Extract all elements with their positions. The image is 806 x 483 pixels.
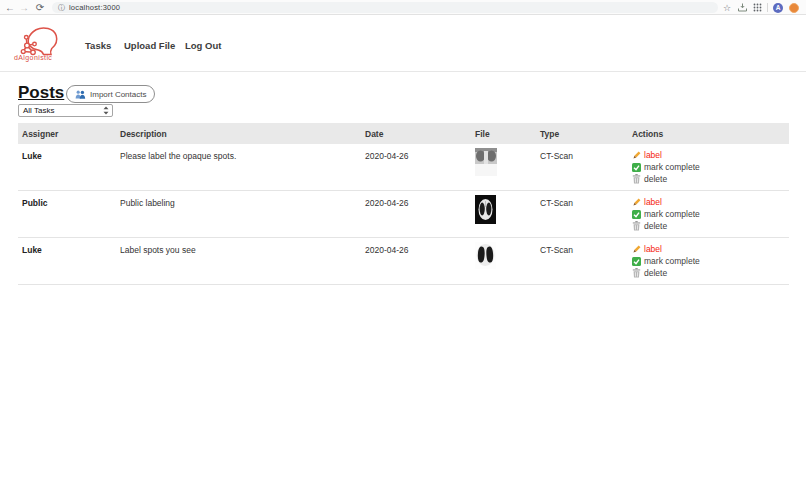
- file-cell: [471, 151, 536, 176]
- delete-action[interactable]: delete: [632, 268, 789, 278]
- col-header-file: File: [471, 129, 536, 139]
- chest-xray-thumbnail[interactable]: [475, 148, 497, 176]
- nav-link-tasks[interactable]: Tasks: [85, 40, 111, 51]
- col-header-date: Date: [361, 129, 471, 139]
- col-header-description: Description: [116, 129, 361, 139]
- browser-profile-avatar[interactable]: A: [773, 3, 783, 13]
- page-info-icon[interactable]: ⓘ: [58, 3, 65, 13]
- date-cell: 2020-04-26: [361, 245, 471, 255]
- downloads-icon[interactable]: [736, 0, 748, 15]
- col-header-actions: Actions: [628, 129, 789, 139]
- browser-toolbar: ← → ⟳ ⓘ localhost:3000 ☆ A: [0, 0, 806, 15]
- reload-icon[interactable]: ⟳: [34, 0, 46, 15]
- label-action[interactable]: label: [632, 197, 789, 207]
- tasks-table: Assigner Description Date File Type Acti…: [18, 123, 789, 285]
- trash-icon: [632, 174, 641, 184]
- col-header-assigner: Assigner: [18, 129, 116, 139]
- check-icon: [632, 257, 641, 266]
- page-title: Posts: [18, 83, 64, 103]
- task-filter-select[interactable]: All Tasks: [18, 104, 113, 117]
- profile-badge-icon[interactable]: [789, 3, 799, 13]
- trash-icon: [632, 268, 641, 278]
- label-action[interactable]: label: [632, 244, 789, 254]
- header-divider: [0, 71, 806, 72]
- pencil-icon: [632, 151, 641, 160]
- people-icon: [75, 90, 86, 99]
- type-cell: CT-Scan: [536, 245, 628, 255]
- brand-name: dAlgonistic: [14, 54, 52, 61]
- type-cell: CT-Scan: [536, 198, 628, 208]
- toolbar-separator: [767, 3, 768, 12]
- mark-complete-action[interactable]: mark complete: [632, 209, 789, 219]
- mark-complete-action[interactable]: mark complete: [632, 162, 789, 172]
- apps-grid-icon[interactable]: [751, 0, 763, 15]
- description-cell: Please label the opaque spots.: [116, 151, 361, 161]
- col-header-type: Type: [536, 129, 628, 139]
- file-cell: [471, 245, 536, 269]
- import-contacts-button[interactable]: Import Contacts: [66, 85, 155, 103]
- pencil-icon: [632, 198, 641, 207]
- table-header-row: Assigner Description Date File Type Acti…: [18, 123, 789, 144]
- back-icon[interactable]: ←: [4, 0, 16, 15]
- url-text: localhost:3000: [69, 3, 120, 12]
- lung-scan-thumbnail[interactable]: [475, 242, 496, 269]
- label-action[interactable]: label: [632, 150, 789, 160]
- actions-cell: label mark complete: [628, 198, 789, 231]
- delete-action[interactable]: delete: [632, 221, 789, 231]
- mark-complete-action[interactable]: mark complete: [632, 256, 789, 266]
- pencil-icon: [632, 245, 641, 254]
- table-row: Luke Please label the opaque spots. 2020…: [18, 144, 789, 191]
- actions-cell: label mark complete: [628, 151, 789, 184]
- nav-link-upload-file[interactable]: Upload File: [124, 40, 175, 51]
- actions-cell: label mark complete: [628, 245, 789, 278]
- description-cell: Label spots you see: [116, 245, 361, 255]
- date-cell: 2020-04-26: [361, 151, 471, 161]
- assigner-cell: Luke: [18, 151, 116, 161]
- trash-icon: [632, 221, 641, 231]
- date-cell: 2020-04-26: [361, 198, 471, 208]
- assigner-cell: Public: [18, 198, 116, 208]
- import-contacts-label: Import Contacts: [90, 90, 146, 99]
- description-cell: Public labeling: [116, 198, 361, 208]
- file-cell: [471, 198, 536, 224]
- table-row: Public Public labeling 2020-04-26 CT-Sca…: [18, 191, 789, 238]
- address-bar[interactable]: ⓘ localhost:3000: [52, 2, 718, 13]
- check-icon: [632, 210, 641, 219]
- assigner-cell: Luke: [18, 245, 116, 255]
- select-stepper-icon: [103, 106, 109, 115]
- task-filter-value: All Tasks: [23, 106, 54, 115]
- check-icon: [632, 163, 641, 172]
- ct-slice-thumbnail[interactable]: [475, 195, 496, 224]
- table-row: Luke Label spots you see 2020-04-26 CT-S…: [18, 238, 789, 285]
- type-cell: CT-Scan: [536, 151, 628, 161]
- forward-icon[interactable]: →: [18, 0, 30, 15]
- delete-action[interactable]: delete: [632, 174, 789, 184]
- nav-link-log-out[interactable]: Log Out: [185, 40, 221, 51]
- bookmark-star-icon[interactable]: ☆: [721, 0, 733, 15]
